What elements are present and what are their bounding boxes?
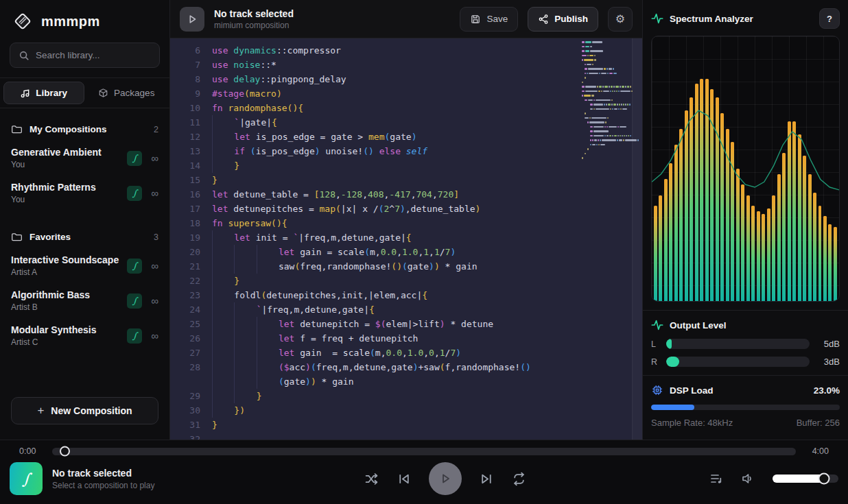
meter-row-left: L 5dB xyxy=(651,339,840,349)
cpu-chip-icon xyxy=(651,384,663,396)
list-item-generative-ambient[interactable]: Generative Ambient You ∫ ∞ xyxy=(0,141,169,176)
dsp-load-value: 23.0% xyxy=(814,385,840,396)
play-button[interactable] xyxy=(429,462,462,495)
waveform-icon xyxy=(651,319,663,331)
repeat-button[interactable] xyxy=(512,472,526,486)
help-button[interactable]: ? xyxy=(819,8,840,29)
code-line: 10fn randomphase(){ xyxy=(177,101,642,115)
tab-library[interactable]: Library xyxy=(3,82,84,104)
composition-artist: Artist A xyxy=(11,267,127,277)
code-line: 26 let f = freq + detunepitch xyxy=(177,331,642,346)
sidebar: mmmpm Library xyxy=(0,0,170,440)
mimium-badge-icon: ∫ xyxy=(127,293,142,309)
folder-icon xyxy=(11,123,23,135)
shuffle-icon xyxy=(364,472,379,486)
music-note-icon xyxy=(20,88,30,98)
dsp-load-fill xyxy=(651,405,694,410)
search-input[interactable] xyxy=(36,50,151,60)
package-icon xyxy=(98,88,108,98)
tab-packages[interactable]: Packages xyxy=(87,82,167,104)
code-line: 18fn supersaw(){ xyxy=(177,216,642,230)
player-bar: 0:00 4:00 ∫ No track selected Select a c… xyxy=(0,440,848,504)
editor-minimap[interactable] xyxy=(582,41,628,166)
seek-bar[interactable] xyxy=(52,448,796,455)
tab-packages-label: Packages xyxy=(114,88,154,98)
new-composition-button[interactable]: + New Composition xyxy=(11,397,158,424)
volume-slider[interactable] xyxy=(773,475,838,483)
infinity-icon: ∞ xyxy=(151,295,158,307)
meter-track-r xyxy=(666,357,810,367)
seek-knob[interactable] xyxy=(60,446,70,457)
queue-button[interactable] xyxy=(709,472,723,485)
mimium-badge-icon: ∫ xyxy=(127,186,142,201)
output-level-title: Output Level xyxy=(670,320,840,331)
composition-artist: You xyxy=(11,160,127,169)
track-subtitle: mimium composition xyxy=(214,21,450,30)
composition-artist: Artist B xyxy=(11,302,127,312)
publish-button[interactable]: Publish xyxy=(528,7,598,32)
code-line: 6use dynamics::compressor xyxy=(177,43,642,58)
code-line: 11 `|gate|{ xyxy=(177,115,642,130)
header-play-button[interactable] xyxy=(180,7,204,32)
volume-button[interactable] xyxy=(741,472,755,485)
code-line: 17let detunepitches = map(|x| x /(2^7),d… xyxy=(177,202,642,216)
spectrum-curve xyxy=(652,36,839,301)
composition-title: Generative Ambient xyxy=(11,147,127,158)
shuffle-button[interactable] xyxy=(364,472,379,486)
composition-title: Modular Synthesis xyxy=(11,324,127,335)
code-line: 14 } xyxy=(177,158,642,173)
code-line: 20 let gain = scale(m,0.0,1.0,1,1/7) xyxy=(177,245,642,259)
gear-icon: ⚙ xyxy=(615,12,625,25)
list-item-algorithmic-bass[interactable]: Algorithmic Bass Artist B ∫ ∞ xyxy=(0,283,169,318)
volume-controls xyxy=(674,472,838,485)
play-icon xyxy=(438,472,452,485)
buffer-label: Buffer: 256 xyxy=(797,418,840,428)
mimium-badge-icon: ∫ xyxy=(127,151,142,166)
main-area: No track selected mimium composition Sav… xyxy=(170,0,642,440)
editor-scrollbar[interactable] xyxy=(632,38,642,440)
dsp-load-title: DSP Load xyxy=(670,385,808,396)
time-current: 0:00 xyxy=(19,446,43,456)
section-count: 3 xyxy=(154,232,158,242)
speaker-icon xyxy=(741,472,755,485)
mimium-badge-icon: ∫ xyxy=(127,328,142,344)
app-logo-row: mmmpm xyxy=(0,0,169,41)
search-box[interactable] xyxy=(10,43,160,68)
repeat-icon xyxy=(512,472,526,486)
infinity-icon: ∞ xyxy=(151,330,158,341)
save-icon xyxy=(470,14,481,25)
section-title: My Compositions xyxy=(30,124,147,134)
infinity-icon: ∞ xyxy=(151,152,158,164)
meter-value-r: 3dB xyxy=(816,357,840,367)
search-icon xyxy=(19,50,30,61)
code-line: 12 let is_pos_edge = gate > mem(gate) xyxy=(177,130,642,144)
code-line: 16let detune_table = [128,-128,408,-417,… xyxy=(177,187,642,202)
new-composition-label: New Composition xyxy=(51,405,132,416)
next-track-button[interactable] xyxy=(480,472,494,486)
volume-knob[interactable] xyxy=(818,473,829,485)
output-level-section: Output Level L 5dB R 3dB xyxy=(643,310,848,375)
save-button[interactable]: Save xyxy=(460,7,518,32)
app-logo-icon xyxy=(12,11,33,32)
queue-music-icon xyxy=(709,472,723,485)
list-item-modular-synthesis[interactable]: Modular Synthesis Artist C ∫ ∞ xyxy=(0,318,169,353)
list-item-interactive-soundscape[interactable]: Interactive Soundscape Artist A ∫ ∞ xyxy=(0,248,169,283)
previous-track-button[interactable] xyxy=(397,472,411,486)
code-line: 27 let gain = scale(m,0.0,1.0,0,1/7) xyxy=(177,346,642,360)
settings-button[interactable]: ⚙ xyxy=(608,7,633,32)
now-playing-title: No track selected xyxy=(52,468,217,479)
section-my-compositions: My Compositions 2 xyxy=(0,112,169,141)
code-editor[interactable]: 6use dynamics::compressor7use noise::*8u… xyxy=(170,38,642,440)
timeline-row: 0:00 4:00 xyxy=(0,440,848,459)
editor-header: No track selected mimium composition Sav… xyxy=(170,0,642,38)
code-line: 22 } xyxy=(177,274,642,288)
section-title: Favorites xyxy=(30,232,147,242)
spectrum-chart xyxy=(651,36,840,302)
list-item-rhythmic-patterns[interactable]: Rhythmic Patterns You ∫ ∞ xyxy=(0,176,169,211)
infinity-icon: ∞ xyxy=(151,187,158,199)
app-window: mmmpm Library xyxy=(0,0,848,504)
folder-icon xyxy=(11,231,23,243)
skip-forward-icon xyxy=(480,472,494,486)
code-line: 21 saw(freq,randomphase!()(gate)) * gain xyxy=(177,259,642,274)
publish-label: Publish xyxy=(554,14,588,24)
